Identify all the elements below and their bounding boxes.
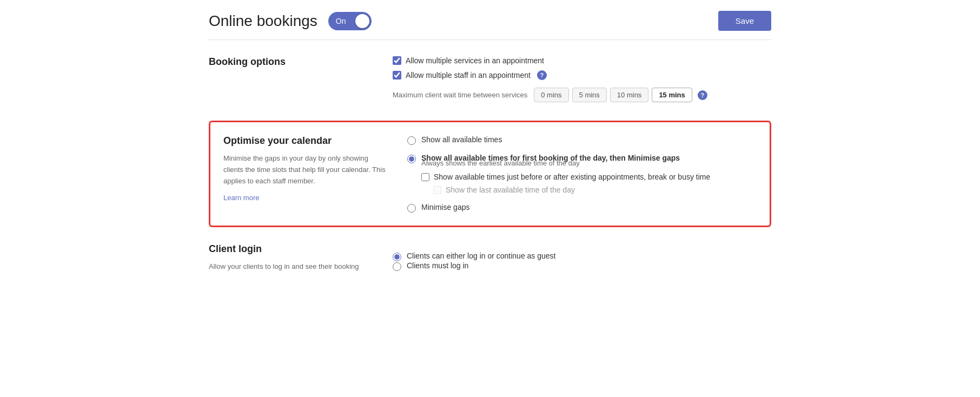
client-login-right: Clients can either log in or continue as… <box>393 243 771 279</box>
wait-time-5[interactable]: 5 mins <box>572 88 607 102</box>
learn-more-link[interactable]: Learn more <box>223 194 259 202</box>
show-all-times-row: Show all available times <box>407 135 757 145</box>
show-last-available-label: Show the last available time of the day <box>446 186 575 194</box>
show-times-adjacent-row: Show available times just before or afte… <box>421 173 757 181</box>
guest-or-login-radio[interactable] <box>393 253 401 261</box>
must-login-label: Clients must log in <box>407 261 468 270</box>
wait-time-row: Maximum client wait time between service… <box>393 88 771 102</box>
must-login-row: Clients must log in <box>393 261 771 271</box>
show-times-adjacent-checkbox[interactable] <box>421 173 429 181</box>
allow-multiple-staff-info-icon[interactable]: ? <box>537 70 547 80</box>
show-first-booking-radio[interactable] <box>407 155 416 163</box>
optimise-calendar-section: Optimise your calendar Minimise the gaps… <box>209 121 771 227</box>
toggle-wrapper[interactable]: On <box>328 12 372 30</box>
minimise-gaps-radio[interactable] <box>407 204 416 213</box>
online-bookings-toggle[interactable]: On <box>328 12 372 30</box>
guest-or-login-row: Clients can either log in or continue as… <box>393 252 771 261</box>
wait-time-10[interactable]: 10 mins <box>610 88 649 102</box>
show-all-times-label: Show all available times <box>421 135 502 144</box>
page-title: Online bookings <box>209 12 317 30</box>
booking-options-title: Booking options <box>209 56 371 68</box>
show-last-available-row: Show the last available time of the day <box>433 186 757 194</box>
allow-multiple-staff-checkbox[interactable] <box>393 71 401 80</box>
page-header: Online bookings On Save <box>209 11 771 40</box>
wait-time-15[interactable]: 15 mins <box>652 88 692 102</box>
allow-multiple-services-label: Allow multiple services in an appointmen… <box>406 56 544 65</box>
show-last-available-checkbox <box>433 186 441 194</box>
must-login-radio[interactable] <box>393 262 401 271</box>
client-login-title: Client login <box>209 243 371 255</box>
client-login-left: Client login Allow your clients to log i… <box>209 243 393 279</box>
allow-multiple-staff-row: Allow multiple staff in an appointment ? <box>393 70 771 80</box>
show-first-booking-sub: Always shows the earliest available time… <box>421 159 757 194</box>
save-button[interactable]: Save <box>718 11 771 31</box>
optimise-title: Optimise your calendar <box>223 135 386 147</box>
allow-multiple-services-checkbox[interactable] <box>393 56 401 65</box>
header-left: Online bookings On <box>209 12 372 30</box>
optimise-right: Show all available times Show all availa… <box>407 135 757 213</box>
wait-time-label: Maximum client wait time between service… <box>393 91 527 99</box>
booking-options-right: Allow multiple services in an appointmen… <box>393 56 771 104</box>
wait-time-info-icon[interactable]: ? <box>698 90 707 100</box>
optimise-description: Minimise the gaps in your day by only sh… <box>223 153 386 187</box>
minimise-gaps-label: Minimise gaps <box>421 203 469 211</box>
allow-multiple-staff-label: Allow multiple staff in an appointment <box>406 71 531 80</box>
client-login-description: Allow your clients to log in and see the… <box>209 261 371 273</box>
minimise-gaps-row: Minimise gaps <box>407 203 757 213</box>
optimise-left: Optimise your calendar Minimise the gaps… <box>223 135 407 213</box>
toggle-label: On <box>336 17 346 25</box>
toggle-knob <box>355 14 369 28</box>
allow-multiple-services-row: Allow multiple services in an appointmen… <box>393 56 771 65</box>
show-all-times-radio[interactable] <box>407 136 416 145</box>
show-first-booking-group: Show all available times for first booki… <box>407 154 757 194</box>
wait-time-0[interactable]: 0 mins <box>534 88 568 102</box>
show-times-adjacent-label: Show available times just before or afte… <box>434 173 710 181</box>
booking-options-left: Booking options <box>209 56 393 104</box>
guest-or-login-label: Clients can either log in or continue as… <box>407 252 556 260</box>
booking-options-section: Booking options Allow multiple services … <box>209 56 771 104</box>
client-login-section: Client login Allow your clients to log i… <box>209 243 771 279</box>
